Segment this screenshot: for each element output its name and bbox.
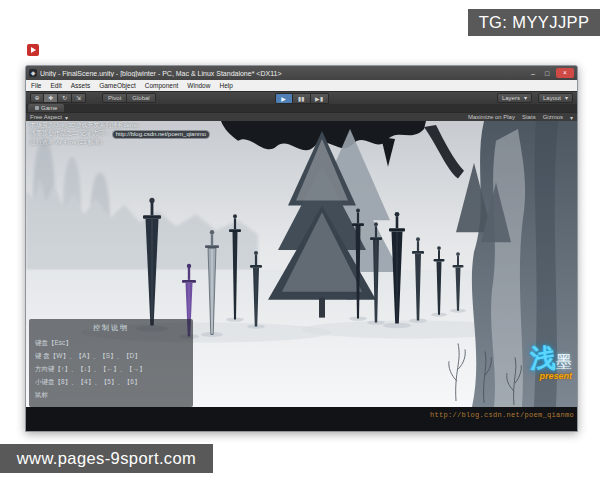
unity-icon: ◆ — [29, 69, 37, 77]
control-instructions-panel: 控制说明 键盘【Esc】 键 盘【W】、【A】、【S】、【D】 方向键【↑】、【… — [29, 319, 193, 407]
tab-game[interactable]: Game — [28, 104, 64, 112]
title-bar[interactable]: ◆ Unity - FinalScene.unity - [blog]winte… — [26, 66, 577, 80]
gizmos-dropdown[interactable]: Gizmos — [543, 114, 563, 120]
overlay-text: 本场景为Unity3D游戏开发系列博客demo 浅墨原创作品之二 记录访问： h… — [30, 122, 210, 146]
stats-toggle[interactable]: Stats — [522, 114, 536, 120]
pivot-global-group: Pivot Global — [102, 93, 156, 103]
menu-assets[interactable]: Assets — [71, 82, 91, 89]
game-tab-label: Game — [41, 104, 57, 112]
logo-char-qian: 浅 — [530, 343, 556, 373]
menu-file[interactable]: File — [31, 82, 41, 89]
bottom-watermark-band: http://blog.csdn.net/poem_qianmo — [26, 407, 577, 431]
control-line: 鼠标 — [35, 388, 187, 401]
layers-label: Layers — [502, 94, 520, 102]
control-line: 方向键【↑】、【↓】、【←】、【→】 — [35, 362, 187, 375]
pause-button[interactable]: ▮▮ — [293, 93, 311, 104]
control-panel-title: 控制说明 — [35, 323, 187, 333]
game-viewport[interactable]: 本场景为Unity3D游戏开发系列博客demo 浅墨原创作品之二 记录访问： h… — [26, 121, 577, 407]
menu-gameobject[interactable]: GameObject — [99, 82, 136, 89]
aspect-label: Free Aspect — [30, 114, 62, 121]
hand-tool-button[interactable]: ⊕ — [30, 93, 44, 103]
aspect-dropdown[interactable]: Free Aspect ▾ — [30, 114, 68, 121]
global-toggle[interactable]: Global — [127, 93, 155, 103]
control-line: 小键盘【8】、【4】、【5】、【6】 — [35, 375, 187, 388]
play-icon — [31, 47, 36, 53]
rotate-tool-button[interactable]: ↻ — [58, 93, 72, 103]
control-line: 键 盘【W】、【A】、【S】、【D】 — [35, 349, 187, 362]
toolbar: ⊕ ✚ ↻ ⇲ Pivot Global ▶ ▮▮ ▶▮ Layers ▾ La… — [26, 91, 577, 104]
blog-url-pill[interactable]: http://blog.csdn.net/poem_qianmo — [112, 130, 210, 139]
logo-char-mo: 墨 — [556, 353, 572, 370]
site-watermark: www.pages-9sport.com — [0, 444, 213, 473]
tg-watermark: TG: MYYJJPP — [468, 9, 600, 36]
transform-tools: ⊕ ✚ ↻ ⇲ — [30, 93, 86, 103]
menu-help[interactable]: Help — [219, 82, 232, 89]
toolbar-dropdowns: Layers ▾ Layout ▾ — [497, 93, 573, 103]
menu-bar: File Edit Assets GameObject Component Wi… — [26, 80, 577, 91]
game-view-controls: Free Aspect ▾ Maximize on Play Stats Giz… — [26, 112, 577, 121]
window-title: Unity - FinalScene.unity - [blog]winter … — [40, 70, 526, 77]
chevron-down-icon: ▾ — [524, 94, 527, 102]
unity-window: ◆ Unity - FinalScene.unity - [blog]winte… — [25, 65, 578, 432]
menu-window[interactable]: Window — [187, 82, 210, 89]
fog-trees — [26, 138, 258, 270]
overlay-line3: 运行效率 At 4 ms (23 帧率) — [30, 139, 210, 147]
menu-component[interactable]: Component — [145, 82, 179, 89]
present-label: present — [530, 372, 572, 381]
minimize-button[interactable]: – — [526, 69, 540, 78]
play-button[interactable]: ▶ — [275, 93, 293, 104]
maximize-on-play-toggle[interactable]: Maximize on Play — [468, 114, 515, 120]
chevron-down-icon: ▾ — [565, 94, 568, 102]
red-badge — [27, 44, 39, 56]
game-tab-icon — [35, 106, 39, 110]
overlay-line1: 本场景为Unity3D游戏开发系列博客demo — [30, 122, 210, 130]
layout-dropdown[interactable]: Layout ▾ — [538, 93, 573, 103]
layout-label: Layout — [543, 94, 561, 102]
close-button[interactable]: × — [556, 68, 574, 78]
scale-tool-button[interactable]: ⇲ — [72, 93, 86, 103]
control-line: 键盘【Esc】 — [35, 336, 187, 349]
pivot-toggle[interactable]: Pivot — [102, 93, 127, 103]
layers-dropdown[interactable]: Layers ▾ — [497, 93, 532, 103]
move-tool-button[interactable]: ✚ — [44, 93, 58, 103]
overlay-line2: 浅墨原创作品之二 记录访问： — [30, 130, 110, 138]
maximize-button[interactable]: □ — [540, 69, 554, 78]
panel-tab-bar: Game — [26, 104, 577, 112]
chevron-down-icon: ▾ — [65, 114, 68, 121]
menu-edit[interactable]: Edit — [50, 82, 61, 89]
chevron-down-icon: ▾ — [570, 114, 573, 121]
blog-url-text: http://blog.csdn.net/poem_qianmo — [430, 411, 574, 419]
qianmo-logo: 浅墨 present — [530, 345, 572, 381]
step-button[interactable]: ▶▮ — [311, 93, 329, 104]
play-controls: ▶ ▮▮ ▶▮ — [275, 93, 329, 104]
